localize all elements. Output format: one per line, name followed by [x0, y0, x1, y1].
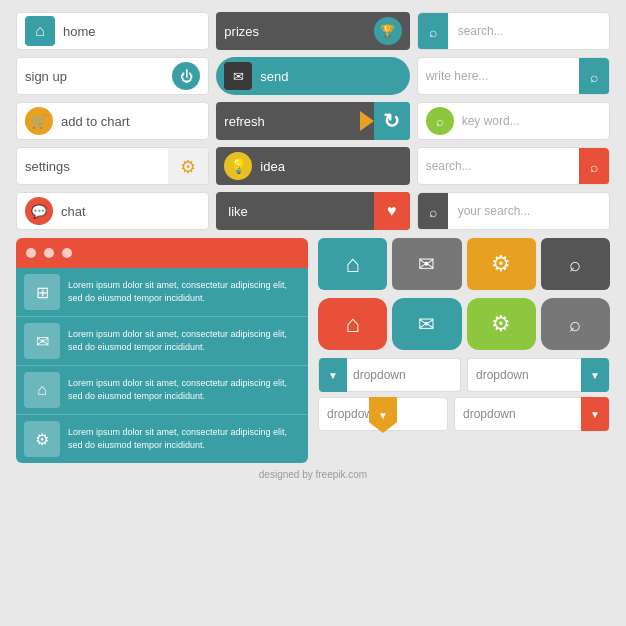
- heart-icon-box: ♥: [374, 192, 410, 230]
- dd-arrow-left1: ▼: [319, 358, 347, 392]
- cart-icon: [31, 114, 47, 129]
- dd-arrow-right2: ▼: [581, 358, 609, 392]
- search-icon5: ⌕: [429, 204, 437, 220]
- send-label: send: [260, 69, 288, 84]
- home-icon-box: [25, 16, 55, 46]
- tile-search2[interactable]: ⌕: [541, 298, 610, 350]
- arrow-right-shape: [360, 111, 374, 131]
- keyword-icon-box: ⌕: [426, 107, 454, 135]
- tile-home2[interactable]: ⌂: [318, 298, 387, 350]
- refresh-label: refresh: [224, 114, 264, 129]
- card-text4: Lorem ipsum dolor sit amet, consectetur …: [68, 426, 300, 451]
- dot1: [26, 248, 36, 258]
- dd-arrow-icon2: ▼: [590, 370, 600, 381]
- dropdown3[interactable]: dropdown ▼: [318, 397, 448, 431]
- mail-icon: ✉: [233, 69, 244, 84]
- tile-gear1[interactable]: ⚙: [467, 238, 536, 290]
- dd-label4: dropdown: [463, 407, 516, 421]
- refresh-icon-box: ↻: [374, 102, 410, 140]
- dot2: [44, 248, 54, 258]
- yoursearch-label: your search...: [426, 204, 601, 218]
- tile-home1[interactable]: ⌂: [318, 238, 387, 290]
- power-icon: [180, 69, 193, 84]
- dd-center-arrow: ▼: [369, 397, 397, 433]
- cart-icon-box: [25, 107, 53, 135]
- home-tile-icon1: ⌂: [345, 250, 360, 278]
- prizes-label: prizes: [224, 24, 259, 39]
- signup-button[interactable]: sign up: [16, 57, 209, 95]
- home-icon-box2: ⌂: [24, 372, 60, 408]
- keyword-input[interactable]: ⌕ key word...: [417, 102, 610, 140]
- search-icon1: ⌕: [429, 24, 437, 40]
- idea-button[interactable]: 💡 idea: [216, 147, 409, 185]
- right-section: ⌂ ✉ ⚙ ⌕ ⌂ ✉: [318, 238, 610, 463]
- tile-search1[interactable]: ⌕: [541, 238, 610, 290]
- card-row-1: ⊞ Lorem ipsum dolor sit amet, consectetu…: [16, 268, 308, 317]
- ui-buttons-grid: home sign up add to chart settings ⚙: [16, 12, 610, 230]
- dropdown-row1: ▼ dropdown dropdown ▼: [318, 358, 610, 392]
- search-icon-box2: ⌕: [579, 58, 609, 95]
- tile-mail1[interactable]: ✉: [392, 238, 461, 290]
- tile-mail2[interactable]: ✉: [392, 298, 461, 350]
- bottom-section: ⊞ Lorem ipsum dolor sit amet, consectetu…: [16, 238, 610, 463]
- dropdown2[interactable]: dropdown ▼: [467, 358, 610, 392]
- like-label: like: [224, 204, 248, 219]
- search1-input[interactable]: ⌕ search...: [417, 12, 610, 50]
- gear-icon2: ⚙: [35, 430, 49, 449]
- gear-icon-box2: ⚙: [24, 421, 60, 457]
- mail-icon-box: ✉: [224, 62, 252, 90]
- card-row-2: ✉ Lorem ipsum dolor sit amet, consectetu…: [16, 317, 308, 366]
- chat-button[interactable]: 💬 chat: [16, 192, 209, 230]
- dd-arrow-icon1: ▼: [328, 370, 338, 381]
- home-icon2: ⌂: [37, 381, 47, 399]
- card-text1: Lorem ipsum dolor sit amet, consectetur …: [68, 279, 300, 304]
- idea-label: idea: [260, 159, 285, 174]
- search2-label: write here...: [426, 69, 601, 83]
- search3-input[interactable]: search... ⌕: [417, 147, 610, 185]
- search3-label: search...: [426, 159, 601, 173]
- signup-label: sign up: [25, 69, 164, 84]
- home-label: home: [63, 24, 200, 39]
- gear-tile-icon2: ⚙: [491, 311, 511, 337]
- trophy-icon: 🏆: [380, 24, 395, 38]
- prizes-button[interactable]: prizes 🏆: [216, 12, 409, 50]
- card-row-4: ⚙ Lorem ipsum dolor sit amet, consectetu…: [16, 415, 308, 463]
- refresh-button[interactable]: refresh ↻: [216, 102, 409, 140]
- chat-label: chat: [61, 204, 200, 219]
- settings-button[interactable]: settings ⚙: [16, 147, 209, 185]
- card-text3: Lorem ipsum dolor sit amet, consectetur …: [68, 377, 300, 402]
- info-card: ⊞ Lorem ipsum dolor sit amet, consectetu…: [16, 238, 308, 463]
- chat-icon: 💬: [31, 204, 47, 219]
- tile-gear2[interactable]: ⚙: [467, 298, 536, 350]
- heart-icon: ♥: [387, 202, 397, 220]
- search-icon-box5: ⌕: [418, 193, 448, 230]
- search-tile-icon2: ⌕: [569, 313, 581, 336]
- gear-icon: ⚙: [180, 156, 196, 178]
- mail-icon-box2: ✉: [24, 323, 60, 359]
- home-icon: [35, 22, 45, 40]
- search2-input[interactable]: write here... ⌕: [417, 57, 610, 95]
- dropdown4[interactable]: dropdown ▼: [454, 397, 610, 431]
- gear-tile-icon1: ⚙: [491, 251, 511, 277]
- dd-center-icon: ▼: [378, 410, 388, 421]
- search-icon-box1: ⌕: [418, 13, 448, 50]
- search-icon2: ⌕: [590, 69, 598, 85]
- addchart-button[interactable]: add to chart: [16, 102, 209, 140]
- home-button[interactable]: home: [16, 12, 209, 50]
- refresh-icon: ↻: [383, 109, 400, 133]
- trophy-icon-box: 🏆: [374, 17, 402, 45]
- search-icon3: ⌕: [436, 114, 444, 129]
- send-button[interactable]: ✉ send: [216, 57, 409, 95]
- search-tile-icon1: ⌕: [569, 253, 581, 276]
- footer-text: designed by freepik.com: [259, 469, 367, 480]
- flat-icon-row: ⌂ ✉ ⚙ ⌕: [318, 238, 610, 290]
- dot3: [62, 248, 72, 258]
- rounded-icon-row: ⌂ ✉ ⚙ ⌕: [318, 298, 610, 350]
- footer: designed by freepik.com: [16, 469, 610, 482]
- mail-icon2: ✉: [36, 332, 49, 351]
- yoursearch-input[interactable]: ⌕ your search...: [417, 192, 610, 230]
- dropdown1[interactable]: ▼ dropdown: [318, 358, 461, 392]
- like-button[interactable]: like ♥: [216, 192, 409, 230]
- dd-label1: dropdown: [353, 368, 406, 382]
- addchart-label: add to chart: [61, 114, 200, 129]
